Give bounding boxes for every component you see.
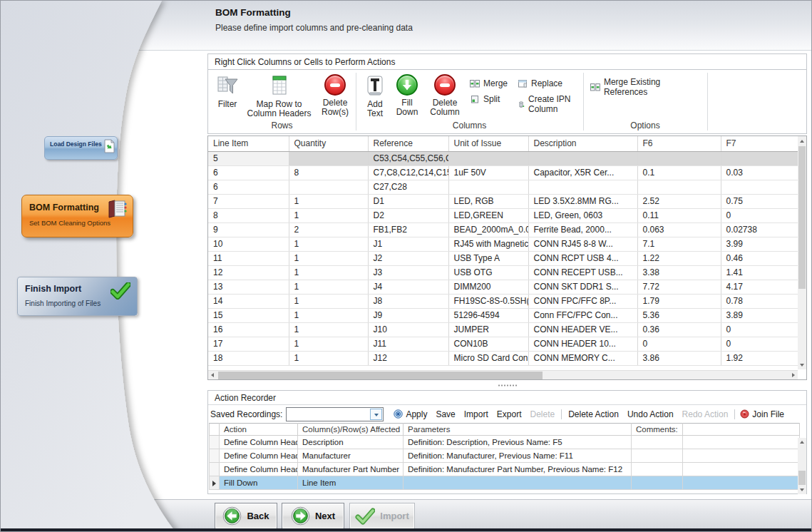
grid-cell[interactable]: 10 bbox=[208, 237, 289, 251]
scroll-left-arrow[interactable] bbox=[211, 373, 214, 377]
grid-cell[interactable] bbox=[721, 151, 798, 165]
saved-recordings-combobox[interactable] bbox=[286, 407, 384, 421]
grid-cell[interactable]: J12 bbox=[368, 351, 448, 365]
grid-cell[interactable]: 12 bbox=[208, 265, 289, 280]
grid-cell[interactable]: 7 bbox=[208, 194, 289, 208]
recorder-row[interactable]: Define Column Header Manufacturer Defini… bbox=[210, 449, 800, 463]
grid-cell[interactable]: 3.86 bbox=[637, 351, 721, 365]
add-text-button[interactable]: Add Text bbox=[360, 73, 390, 119]
recorder-row[interactable]: Define Column Header Manufacturer Part N… bbox=[210, 463, 800, 476]
recorder-cell-affected[interactable]: Description bbox=[298, 436, 404, 449]
export-button[interactable]: Export bbox=[497, 409, 522, 419]
column-header-quantity[interactable]: Quantity bbox=[289, 136, 368, 151]
undo-action-button[interactable]: Undo Action bbox=[627, 409, 674, 419]
sidebar-step-finish-import[interactable]: Finish Import Finish Importing of Files bbox=[17, 277, 138, 316]
grid-cell[interactable]: 17 bbox=[208, 337, 289, 351]
grid-cell[interactable]: 1.79 bbox=[637, 294, 721, 308]
column-header-comments[interactable]: Comments: bbox=[632, 424, 683, 436]
grid-cell[interactable] bbox=[289, 151, 368, 165]
grid-cell[interactable]: FH19SC-8S-0.5SH(... bbox=[448, 294, 528, 308]
grid-cell[interactable]: Capacitor, X5R Cer... bbox=[528, 165, 637, 180]
grid-cell[interactable]: J2 bbox=[368, 251, 448, 265]
grid-cell[interactable]: 0.46 bbox=[721, 251, 798, 265]
grid-cell[interactable]: 1 bbox=[289, 294, 368, 308]
grid-cell[interactable]: USB Type A bbox=[448, 251, 528, 265]
grid-cell[interactable]: 7.72 bbox=[637, 280, 721, 294]
grid-cell[interactable]: 2.52 bbox=[637, 194, 721, 208]
grid-cell[interactable]: 1 bbox=[289, 308, 368, 322]
grid-cell[interactable]: LED, Green, 0603 bbox=[528, 208, 637, 222]
grid-cell[interactable]: 11 bbox=[208, 251, 289, 265]
recorder-cell-comments[interactable] bbox=[632, 449, 683, 463]
grid-cell[interactable] bbox=[448, 151, 528, 165]
grid-cell[interactable]: 1.41 bbox=[721, 265, 798, 280]
pane-splitter[interactable] bbox=[207, 383, 807, 389]
grid-cell[interactable]: 0.36 bbox=[637, 322, 721, 337]
grid-cell[interactable] bbox=[448, 180, 528, 194]
recorder-cell-action[interactable]: Fill Down bbox=[220, 476, 298, 490]
grid-cell[interactable]: 7.1 bbox=[637, 237, 721, 251]
grid-cell[interactable]: DIMM200 bbox=[448, 280, 528, 294]
recorder-cell-action[interactable]: Define Column Header bbox=[220, 449, 298, 463]
grid-cell[interactable]: 1 bbox=[289, 337, 368, 351]
column-header-parameters[interactable]: Parameters bbox=[404, 424, 632, 436]
grid-cell[interactable]: J10 bbox=[368, 322, 448, 337]
recorder-cell-affected[interactable]: Manufacturer Part Number bbox=[298, 463, 404, 476]
recorder-row[interactable]: Define Column Header Description Definit… bbox=[210, 436, 800, 449]
grid-cell[interactable]: J4 bbox=[368, 280, 448, 294]
recorder-cell-parameters[interactable]: Definition: Manufacturer, Previous Name:… bbox=[404, 449, 632, 463]
scroll-right-arrow[interactable] bbox=[792, 373, 795, 377]
fill-down-button[interactable]: Fill Down bbox=[390, 73, 424, 118]
merge-existing-references-button[interactable]: Merge Existing References bbox=[590, 77, 706, 97]
grid-cell[interactable]: BEAD_2000mA_0.0... bbox=[448, 222, 528, 237]
grid-cell[interactable]: LED, RGB bbox=[448, 194, 528, 208]
grid-cell[interactable]: 0.03 bbox=[721, 165, 798, 180]
grid-cell[interactable]: CONN RJ45 8-8 W... bbox=[528, 237, 637, 251]
column-header-reference[interactable]: Reference bbox=[368, 136, 448, 151]
recorder-cell-affected[interactable]: Line Item bbox=[298, 476, 404, 490]
grid-cell[interactable]: 0 bbox=[721, 208, 798, 222]
grid-cell[interactable]: 0.78 bbox=[721, 294, 798, 308]
column-header-action[interactable]: Action bbox=[220, 424, 298, 436]
grid-cell[interactable]: 0 bbox=[637, 337, 721, 351]
grid-cell[interactable]: 8 bbox=[208, 208, 289, 222]
recorder-cell-affected[interactable]: Manufacturer bbox=[298, 449, 404, 463]
map-row-to-column-headers-button[interactable]: Map Row to Column Headers bbox=[242, 73, 316, 119]
grid-cell[interactable]: 15 bbox=[208, 308, 289, 322]
delete-column-button[interactable]: Delete Column bbox=[424, 73, 466, 118]
recorder-cell-comments[interactable] bbox=[632, 476, 683, 490]
grid-cell[interactable]: 0.11 bbox=[637, 208, 721, 222]
grid-cell[interactable] bbox=[289, 180, 368, 194]
recorder-vertical-scrollbar[interactable] bbox=[798, 438, 806, 494]
delete-rows-button[interactable]: Delete Row(s) bbox=[316, 73, 354, 118]
merge-button[interactable]: Merge bbox=[470, 78, 508, 88]
recorder-row[interactable]: Fill Down Line Item bbox=[210, 476, 800, 490]
grid-cell[interactable]: J3 bbox=[368, 265, 448, 280]
grid-cell[interactable]: 18 bbox=[208, 351, 289, 365]
grid-cell[interactable]: CONN SKT DDR1 S... bbox=[528, 280, 637, 294]
grid-cell[interactable]: 5.36 bbox=[637, 308, 721, 322]
delete-action-button[interactable]: Delete Action bbox=[568, 409, 619, 419]
grid-cell[interactable]: 1 bbox=[289, 208, 368, 222]
recorder-cell-comments[interactable] bbox=[632, 463, 683, 476]
column-header-affected[interactable]: Column(s)/Row(s) Affected bbox=[298, 424, 404, 436]
save-button[interactable]: Save bbox=[436, 409, 455, 419]
grid-cell[interactable]: 0.063 bbox=[637, 222, 721, 237]
grid-cell[interactable] bbox=[721, 180, 798, 194]
grid-cell[interactable]: 1 bbox=[289, 194, 368, 208]
grid-cell[interactable]: D2 bbox=[368, 208, 448, 222]
sidebar-step-bom-formatting[interactable]: BOM Formatting Set BOM Cleaning Options bbox=[21, 195, 133, 237]
grid-cell[interactable]: USB OTG bbox=[448, 265, 528, 280]
grid-cell[interactable]: Micro SD Card Con... bbox=[448, 351, 528, 365]
sidebar-step-load-design-files[interactable]: Load Design Files bbox=[44, 136, 118, 160]
grid-cell[interactable]: 1 bbox=[289, 265, 368, 280]
grid-cell[interactable]: 1.22 bbox=[637, 251, 721, 265]
grid-cell[interactable]: Ferrite Bead, 2000... bbox=[528, 222, 637, 237]
column-header-unit-of-issue[interactable]: Unit of Issue bbox=[448, 136, 528, 151]
grid-cell[interactable]: CONN RECEPT USB... bbox=[528, 265, 637, 280]
recorder-cell-comments[interactable] bbox=[632, 436, 683, 449]
grid-cell[interactable]: CONN RCPT USB 4... bbox=[528, 251, 637, 265]
grid-cell[interactable]: RJ45 with Magnetics bbox=[448, 237, 528, 251]
grid-cell[interactable]: CONN HEADER VE... bbox=[528, 322, 637, 337]
grid-cell[interactable]: J1 bbox=[368, 237, 448, 251]
